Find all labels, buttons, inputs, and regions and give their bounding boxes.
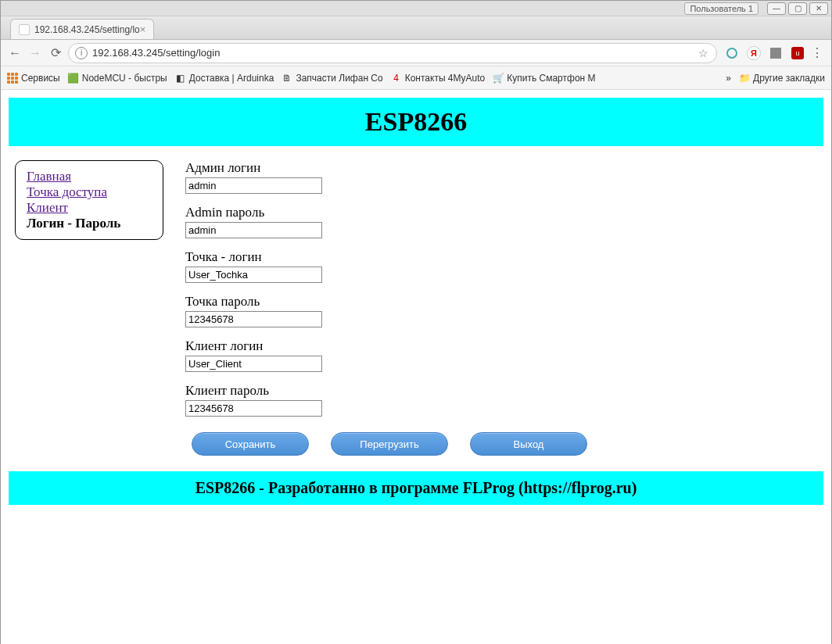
menu-button[interactable]: ⋮ <box>809 45 825 61</box>
svg-point-0 <box>727 48 737 58</box>
client-password-input[interactable] <box>185 400 322 417</box>
save-button[interactable]: Сохранить <box>192 432 309 456</box>
site-info-icon[interactable]: i <box>75 47 88 59</box>
star-bookmark-icon[interactable]: ☆ <box>696 46 710 60</box>
exit-button[interactable]: Выход <box>470 432 587 456</box>
browser-tab[interactable]: 192.168.43.245/setting/lo × <box>10 19 154 39</box>
window-close-button[interactable]: ✕ <box>809 2 828 15</box>
reload-button[interactable]: ⟳ <box>48 45 63 61</box>
bookmark-favicon: 🛒 <box>493 73 504 84</box>
admin-login-label: Админ логин <box>185 160 587 176</box>
bookmark-favicon: 🗎 <box>282 73 292 84</box>
bookmark-favicon: 🟩 <box>68 73 79 84</box>
page-title: ESP8266 <box>9 107 823 137</box>
ap-login-input[interactable] <box>185 267 322 283</box>
bookmark-item[interactable]: 4Контакты 4MyAuto <box>391 73 486 84</box>
extension-icon-2[interactable] <box>769 46 783 60</box>
bookmarks-overflow[interactable]: » <box>726 73 731 84</box>
bookmark-favicon: 4 <box>391 73 402 84</box>
bookmark-item[interactable]: 🛒Купить Смартфон M <box>493 73 595 84</box>
client-login-label: Клиент логин <box>185 338 587 354</box>
url-text: 192.168.43.245/setting/login <box>92 47 693 59</box>
window-maximize-button[interactable]: ▢ <box>788 2 807 15</box>
page-content: ESP8266 Главная Точка доступа Клиент Лог… <box>1 90 831 644</box>
admin-password-label: Admin пароль <box>185 205 587 220</box>
bookmarks-bar: Сервисы 🟩NodeMCU - быстры ◧Доставка | Ar… <box>1 66 831 90</box>
apps-grid-icon <box>7 73 18 84</box>
forward-button[interactable]: → <box>27 45 43 61</box>
window-minimize-button[interactable]: — <box>767 2 786 15</box>
bookmark-item[interactable]: 🟩NodeMCU - быстры <box>68 73 167 84</box>
address-bar: ← → ⟳ i 192.168.43.245/setting/login ☆ Я… <box>1 40 831 66</box>
bookmark-item[interactable]: ◧Доставка | Arduinka <box>175 73 274 84</box>
client-login-input[interactable] <box>185 356 322 372</box>
apps-button[interactable]: Сервисы <box>7 73 60 84</box>
browser-tab-strip: 192.168.43.245/setting/lo × <box>1 16 831 40</box>
menu-client[interactable]: Клиент <box>27 200 152 216</box>
menu-login-password: Логин - Пароль <box>27 216 120 231</box>
menu-access-point[interactable]: Точка доступа <box>27 184 152 200</box>
page-footer: ESP8266 - Разработанно в программе FLPro… <box>9 471 823 505</box>
reload-button[interactable]: Перегрузить <box>331 432 448 456</box>
page-header: ESP8266 <box>9 98 823 146</box>
extension-icon-1[interactable] <box>725 46 739 60</box>
menu-home[interactable]: Главная <box>27 169 152 184</box>
settings-form: Админ логин Admin пароль Точка - логин Т… <box>185 160 587 456</box>
side-menu: Главная Точка доступа Клиент Логин - Пар… <box>15 160 163 240</box>
tab-close-icon[interactable]: × <box>140 23 146 35</box>
client-password-label: Клиент пароль <box>185 383 587 399</box>
tab-title: 192.168.43.245/setting/lo <box>34 24 140 35</box>
ap-password-label: Точка пароль <box>185 294 587 309</box>
user-badge: Пользователь 1 <box>684 2 758 15</box>
svg-rect-1 <box>770 48 781 59</box>
yandex-icon[interactable]: Я <box>747 46 761 60</box>
folder-icon: 📁 <box>739 73 750 84</box>
ap-password-input[interactable] <box>185 311 322 327</box>
ap-login-label: Точка - логин <box>185 249 587 265</box>
app-window: Пользователь 1 — ▢ ✕ 192.168.43.245/sett… <box>0 0 832 644</box>
admin-login-input[interactable] <box>185 177 322 194</box>
bookmark-item[interactable]: 🗎Запчасти Лифан Со <box>282 73 382 84</box>
url-field[interactable]: i 192.168.43.245/setting/login ☆ <box>68 43 717 63</box>
back-button[interactable]: ← <box>7 45 23 61</box>
ublock-icon[interactable]: u <box>791 46 805 60</box>
other-bookmarks[interactable]: 📁Другие закладки <box>739 73 825 84</box>
admin-password-input[interactable] <box>185 222 322 238</box>
window-titlebar: Пользователь 1 — ▢ ✕ <box>1 1 831 16</box>
bookmark-favicon: ◧ <box>175 73 186 84</box>
tab-favicon <box>19 24 30 35</box>
